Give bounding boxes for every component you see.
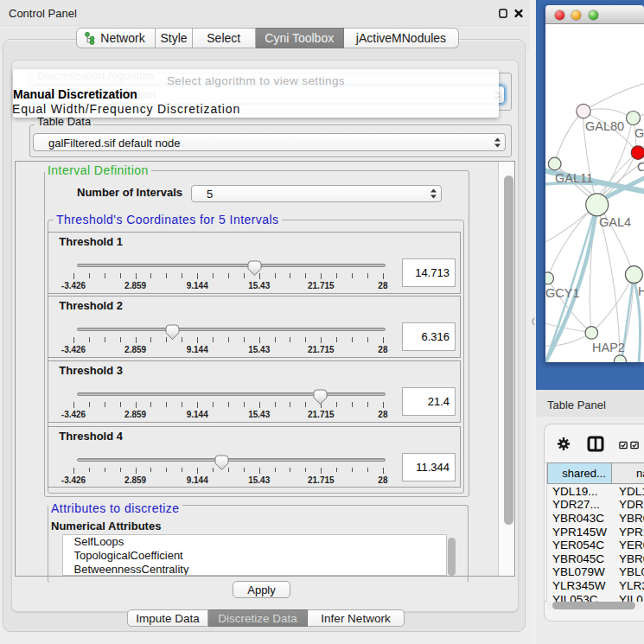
svg-text:GAL4: GAL4 bbox=[599, 215, 631, 229]
svg-text:GAL80: GAL80 bbox=[585, 119, 624, 133]
svg-text:HAP2: HAP2 bbox=[592, 341, 625, 354]
svg-text:GA: GA bbox=[634, 126, 644, 140]
svg-text:C: C bbox=[637, 160, 644, 174]
svg-text:GAL11: GAL11 bbox=[555, 171, 593, 185]
svg-text:GCY1: GCY1 bbox=[545, 286, 580, 300]
svg-text:H: H bbox=[638, 284, 644, 298]
